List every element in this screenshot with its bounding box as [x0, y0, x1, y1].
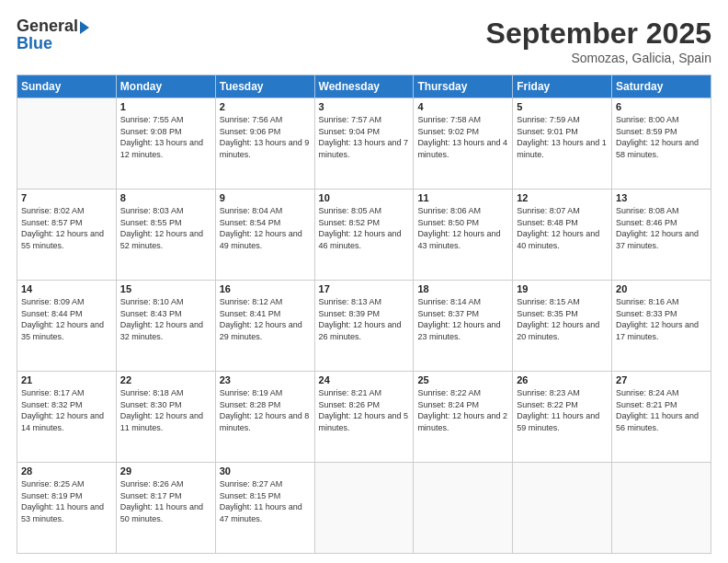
day-number: 22 — [120, 374, 211, 385]
daylight-text: Daylight: 11 hours and 47 minutes. — [220, 501, 311, 524]
table-row: 14 Sunrise: 8:09 AM Sunset: 8:44 PM Dayl… — [17, 281, 117, 372]
sunrise-text: Sunrise: 8:08 AM — [616, 205, 707, 217]
table-row: 12 Sunrise: 8:07 AM Sunset: 8:48 PM Dayl… — [513, 190, 612, 281]
table-row: 5 Sunrise: 7:59 AM Sunset: 9:01 PM Dayli… — [513, 98, 612, 190]
sunrise-text: Sunrise: 8:10 AM — [120, 296, 211, 308]
sunset-text: Sunset: 9:01 PM — [517, 126, 608, 138]
sunrise-text: Sunrise: 7:55 AM — [120, 114, 211, 126]
day-info: Sunrise: 8:18 AM Sunset: 8:30 PM Dayligh… — [120, 387, 211, 433]
daylight-text: Daylight: 12 hours and 43 minutes. — [417, 228, 508, 251]
col-thursday: Thursday — [414, 75, 513, 98]
day-number: 12 — [517, 192, 608, 203]
day-info: Sunrise: 8:00 AM Sunset: 8:59 PM Dayligh… — [616, 114, 707, 160]
day-info: Sunrise: 8:07 AM Sunset: 8:48 PM Dayligh… — [517, 205, 608, 251]
sunset-text: Sunset: 8:32 PM — [21, 399, 112, 411]
sunset-text: Sunset: 8:48 PM — [517, 217, 608, 229]
table-row: 1 Sunrise: 7:55 AM Sunset: 9:08 PM Dayli… — [116, 98, 215, 190]
calendar-week-row: 28 Sunrise: 8:25 AM Sunset: 8:19 PM Dayl… — [17, 463, 711, 554]
table-row: 6 Sunrise: 8:00 AM Sunset: 8:59 PM Dayli… — [612, 98, 711, 190]
sunrise-text: Sunrise: 8:24 AM — [616, 387, 707, 399]
day-number: 23 — [220, 374, 311, 385]
daylight-text: Daylight: 12 hours and 23 minutes. — [417, 319, 508, 342]
table-row: 18 Sunrise: 8:14 AM Sunset: 8:37 PM Dayl… — [414, 281, 513, 372]
day-info: Sunrise: 8:09 AM Sunset: 8:44 PM Dayligh… — [21, 296, 112, 342]
day-number: 10 — [319, 192, 410, 203]
sunset-text: Sunset: 8:28 PM — [220, 399, 311, 411]
daylight-text: Daylight: 12 hours and 55 minutes. — [21, 228, 112, 251]
day-number: 13 — [616, 192, 707, 203]
daylight-text: Daylight: 12 hours and 49 minutes. — [220, 228, 311, 251]
calendar-week-row: 21 Sunrise: 8:17 AM Sunset: 8:32 PM Dayl… — [17, 372, 711, 463]
calendar-week-row: 1 Sunrise: 7:55 AM Sunset: 9:08 PM Dayli… — [17, 98, 711, 190]
sunrise-text: Sunrise: 8:00 AM — [616, 114, 707, 126]
location: Somozas, Galicia, Spain — [486, 51, 711, 65]
table-row: 29 Sunrise: 8:26 AM Sunset: 8:17 PM Dayl… — [116, 463, 215, 554]
col-monday: Monday — [116, 75, 215, 98]
day-number: 11 — [417, 192, 508, 203]
sunset-text: Sunset: 9:04 PM — [319, 126, 410, 138]
table-row: 2 Sunrise: 7:56 AM Sunset: 9:06 PM Dayli… — [215, 98, 314, 190]
sunset-text: Sunset: 8:59 PM — [616, 126, 707, 138]
day-number: 30 — [220, 465, 311, 477]
daylight-text: Daylight: 11 hours and 59 minutes. — [517, 410, 608, 433]
day-number: 14 — [21, 283, 112, 294]
day-number: 16 — [220, 283, 311, 294]
logo-blue-text: Blue — [17, 34, 52, 53]
table-row — [17, 98, 117, 190]
day-info: Sunrise: 8:21 AM Sunset: 8:26 PM Dayligh… — [319, 387, 410, 433]
table-row: 15 Sunrise: 8:10 AM Sunset: 8:43 PM Dayl… — [116, 281, 215, 372]
day-info: Sunrise: 8:06 AM Sunset: 8:50 PM Dayligh… — [417, 205, 508, 251]
day-number: 21 — [21, 374, 112, 385]
sunrise-text: Sunrise: 7:59 AM — [517, 114, 608, 126]
daylight-text: Daylight: 13 hours and 7 minutes. — [319, 137, 410, 160]
sunrise-text: Sunrise: 8:12 AM — [220, 296, 311, 308]
logo-arrow-icon — [80, 21, 89, 34]
sunrise-text: Sunrise: 8:02 AM — [21, 205, 112, 217]
sunset-text: Sunset: 8:54 PM — [220, 217, 311, 229]
col-friday: Friday — [513, 75, 612, 98]
day-info: Sunrise: 7:57 AM Sunset: 9:04 PM Dayligh… — [319, 114, 410, 160]
day-info: Sunrise: 8:02 AM Sunset: 8:57 PM Dayligh… — [21, 205, 112, 251]
day-info: Sunrise: 8:25 AM Sunset: 8:19 PM Dayligh… — [21, 478, 112, 524]
day-number: 1 — [120, 101, 211, 112]
day-info: Sunrise: 8:10 AM Sunset: 8:43 PM Dayligh… — [120, 296, 211, 342]
daylight-text: Daylight: 12 hours and 2 minutes. — [417, 410, 508, 433]
day-info: Sunrise: 7:56 AM Sunset: 9:06 PM Dayligh… — [220, 114, 311, 160]
daylight-text: Daylight: 12 hours and 5 minutes. — [319, 410, 410, 433]
sunrise-text: Sunrise: 7:56 AM — [220, 114, 311, 126]
day-number: 29 — [120, 465, 211, 477]
calendar-week-row: 14 Sunrise: 8:09 AM Sunset: 8:44 PM Dayl… — [17, 281, 711, 372]
day-info: Sunrise: 8:19 AM Sunset: 8:28 PM Dayligh… — [220, 387, 311, 433]
day-number: 27 — [616, 374, 707, 385]
day-info: Sunrise: 8:26 AM Sunset: 8:17 PM Dayligh… — [120, 478, 211, 524]
day-number: 19 — [517, 283, 608, 294]
logo-general-text: General — [17, 17, 78, 36]
table-row: 26 Sunrise: 8:23 AM Sunset: 8:22 PM Dayl… — [513, 372, 612, 463]
sunrise-text: Sunrise: 8:16 AM — [616, 296, 707, 308]
daylight-text: Daylight: 13 hours and 12 minutes. — [120, 137, 211, 160]
daylight-text: Daylight: 13 hours and 9 minutes. — [220, 137, 311, 160]
day-info: Sunrise: 8:24 AM Sunset: 8:21 PM Dayligh… — [616, 387, 707, 433]
table-row: 4 Sunrise: 7:58 AM Sunset: 9:02 PM Dayli… — [414, 98, 513, 190]
daylight-text: Daylight: 12 hours and 37 minutes. — [616, 228, 707, 251]
col-tuesday: Tuesday — [215, 75, 314, 98]
sunset-text: Sunset: 8:35 PM — [517, 308, 608, 320]
sunrise-text: Sunrise: 8:06 AM — [417, 205, 508, 217]
sunset-text: Sunset: 9:08 PM — [120, 126, 211, 138]
day-info: Sunrise: 8:15 AM Sunset: 8:35 PM Dayligh… — [517, 296, 608, 342]
sunrise-text: Sunrise: 8:07 AM — [517, 205, 608, 217]
sunset-text: Sunset: 9:06 PM — [220, 126, 311, 138]
day-number: 17 — [319, 283, 410, 294]
sunset-text: Sunset: 8:43 PM — [120, 308, 211, 320]
sunset-text: Sunset: 8:50 PM — [417, 217, 508, 229]
day-number: 18 — [417, 283, 508, 294]
day-number: 25 — [417, 374, 508, 385]
logo: General Blue — [17, 17, 89, 53]
calendar-header-row: Sunday Monday Tuesday Wednesday Thursday… — [17, 75, 711, 98]
calendar-table: Sunday Monday Tuesday Wednesday Thursday… — [17, 75, 711, 554]
sunrise-text: Sunrise: 8:13 AM — [319, 296, 410, 308]
sunset-text: Sunset: 9:02 PM — [417, 126, 508, 138]
sunset-text: Sunset: 8:24 PM — [417, 399, 508, 411]
day-number: 20 — [616, 283, 707, 294]
sunset-text: Sunset: 8:55 PM — [120, 217, 211, 229]
